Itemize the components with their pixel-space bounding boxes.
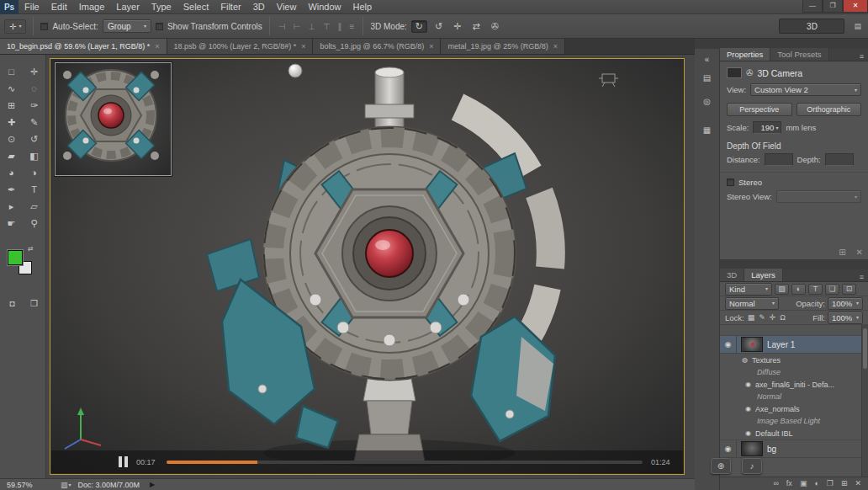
textures-group-row[interactable]: ◍ Textures — [720, 354, 868, 366]
align-right-icon[interactable]: ⊥ — [306, 22, 317, 31]
blend-mode-dropdown[interactable]: Normal ▾ — [725, 297, 779, 310]
perspective-button[interactable]: Perspective — [727, 103, 792, 116]
layer-thumbnail[interactable] — [741, 337, 763, 352]
distance-input[interactable] — [765, 153, 793, 166]
view-dropdown[interactable]: Custom View 2 ▾ — [750, 83, 861, 96]
foreground-color-swatch[interactable] — [8, 250, 23, 265]
doc-info-icon[interactable]: ▥ — [61, 481, 68, 489]
status-arrow-icon[interactable]: ▶ — [150, 481, 155, 488]
3d-zoom-camera-icon[interactable]: ✇ — [488, 21, 502, 32]
eyedropper-tool[interactable]: ✑ — [23, 97, 45, 114]
tab-close-icon[interactable]: × — [553, 42, 558, 51]
blur-tool[interactable]: ◕ — [0, 164, 23, 181]
document-tab-10-begin[interactable]: 10_begin.psd @ 59.6% (Layer 1, RGB/8) * … — [0, 39, 167, 54]
lasso-tool[interactable]: ∿ — [0, 80, 23, 97]
adjustments-panel-icon[interactable]: ◎ — [703, 98, 711, 106]
expand-panels-icon[interactable]: « — [705, 56, 710, 64]
layer-group-icon[interactable]: ❐ — [827, 480, 834, 487]
menu-view[interactable]: View — [271, 0, 303, 14]
eraser-tool[interactable]: ▰ — [0, 147, 23, 164]
swatches-panel-icon[interactable]: ▤ — [703, 74, 711, 83]
spot-healing-brush-tool[interactable]: ✚ — [0, 114, 23, 130]
tab-close-icon[interactable]: × — [301, 42, 305, 51]
timeline-track[interactable] — [167, 461, 643, 464]
lock-position-icon[interactable]: ✛ — [769, 312, 777, 323]
opacity-dropdown[interactable]: 100% ▾ — [828, 297, 863, 310]
3d-pan-icon[interactable]: ✛ — [450, 21, 464, 32]
filter-kind-dropdown[interactable]: Kind ▾ — [725, 283, 772, 296]
layers-scrollbar[interactable] — [861, 325, 868, 477]
crop-tool[interactable]: ⊞ — [0, 97, 23, 114]
workspace-menu-icon[interactable]: ▤ — [854, 22, 861, 30]
close-button[interactable]: ✕ — [843, 0, 868, 13]
menu-window[interactable]: Window — [302, 0, 347, 14]
zoom-level-field[interactable]: 59.57% — [7, 481, 40, 489]
gradient-tool[interactable]: ◧ — [23, 147, 45, 164]
align-left-icon[interactable]: ⊣ — [277, 22, 288, 31]
tab-close-icon[interactable]: × — [429, 42, 433, 51]
screen-mode-icon[interactable]: ❐ — [27, 297, 42, 311]
texture-row-diffuse-map[interactable]: ◉ axe_final6_initi - Defa... — [720, 378, 868, 391]
quick-mask-icon[interactable]: ◘ — [5, 297, 20, 311]
document-tab-bolts[interactable]: bolts_19.jpg @ 66.7% (RGB/8) × — [313, 39, 441, 54]
menu-image[interactable]: Image — [73, 0, 111, 14]
3d-orbit-icon[interactable]: ↻ — [411, 20, 427, 33]
3d-slide-icon[interactable]: ⇄ — [468, 21, 483, 32]
fill-dropdown[interactable]: 100% ▾ — [828, 312, 863, 324]
eye-icon[interactable]: ◉ — [725, 445, 732, 453]
document-3d-viewport[interactable]: 00:17 01:24 — [50, 58, 685, 475]
audio-mute-button[interactable]: ♪ — [742, 458, 762, 474]
lock-transparency-icon[interactable]: ▦ — [747, 312, 756, 323]
pause-button[interactable] — [119, 456, 128, 467]
filter-pixel-layers-icon[interactable]: ▨ — [775, 284, 789, 295]
channels-panel-icon[interactable]: ▦ — [703, 126, 711, 135]
quick-selection-tool[interactable]: ◌ — [23, 80, 45, 97]
panel-menu-icon[interactable]: ≡ — [860, 52, 868, 61]
layer-mask-icon[interactable]: ▣ — [800, 480, 807, 487]
filter-type-layers-icon[interactable]: T — [808, 284, 823, 295]
swap-colors-icon[interactable]: ⇄ — [28, 245, 34, 253]
align-top-icon[interactable]: ⊤ — [321, 22, 332, 31]
clone-stamp-tool[interactable]: ⊙ — [0, 130, 23, 147]
show-transform-checkbox[interactable] — [156, 23, 163, 30]
layer-row-layer1[interactable]: ◉ Layer 1 — [720, 335, 868, 354]
delete-icon[interactable]: ✕ — [856, 248, 863, 257]
rectangular-marquee-tool[interactable]: □ — [0, 63, 23, 80]
tab-tool-presets[interactable]: Tool Presets — [770, 48, 828, 61]
dodge-tool[interactable]: ◑ — [23, 164, 45, 181]
lock-all-icon[interactable]: Ω — [779, 312, 786, 323]
menu-filter[interactable]: Filter — [214, 0, 246, 14]
zoom-tool[interactable]: ⚲ — [23, 215, 45, 232]
texture-row-normal-map[interactable]: ◉ Axe_normals — [720, 402, 868, 415]
menu-select[interactable]: Select — [177, 0, 215, 14]
eye-icon[interactable]: ◉ — [745, 381, 751, 388]
align-bottom-icon[interactable]: ≡ — [348, 22, 357, 31]
history-brush-tool[interactable]: ↺ — [23, 130, 45, 147]
tab-layers[interactable]: Layers — [744, 269, 783, 281]
tab-properties[interactable]: Properties — [720, 48, 770, 61]
layer-effects-icon[interactable]: fx — [786, 480, 792, 487]
delete-layer-icon[interactable]: ✕ — [855, 480, 861, 487]
scale-input[interactable]: 190 ▾ — [753, 121, 781, 134]
filter-shape-layers-icon[interactable]: ❏ — [825, 284, 839, 295]
move-tool[interactable]: ✛ — [23, 63, 45, 80]
tab-close-icon[interactable]: × — [155, 42, 159, 51]
auto-select-dropdown[interactable]: Group ▾ — [103, 19, 151, 33]
hand-tool[interactable]: ☛ — [0, 215, 23, 232]
secondary-view-preview[interactable] — [55, 62, 172, 176]
eye-icon[interactable]: ◉ — [725, 341, 732, 349]
layer-row-bg[interactable]: ◉ bg — [720, 439, 868, 458]
stereo-view-dropdown[interactable]: ▾ — [776, 190, 861, 203]
depth-input[interactable] — [825, 153, 854, 166]
scrollbar-thumb[interactable] — [863, 328, 867, 369]
type-tool[interactable]: T — [23, 181, 45, 198]
auto-select-checkbox[interactable] — [40, 23, 48, 30]
menu-3d[interactable]: 3D — [247, 0, 271, 14]
menu-edit[interactable]: Edit — [45, 0, 73, 14]
menu-help[interactable]: Help — [347, 0, 378, 14]
orthographic-button[interactable]: Orthographic — [797, 103, 862, 116]
panel-menu-icon[interactable]: ≡ — [860, 273, 868, 281]
tool-preset-picker[interactable]: ✛ ▾ — [4, 19, 26, 34]
filter-adjustment-layers-icon[interactable]: ◐ — [791, 284, 806, 295]
menu-layer[interactable]: Layer — [110, 0, 146, 14]
